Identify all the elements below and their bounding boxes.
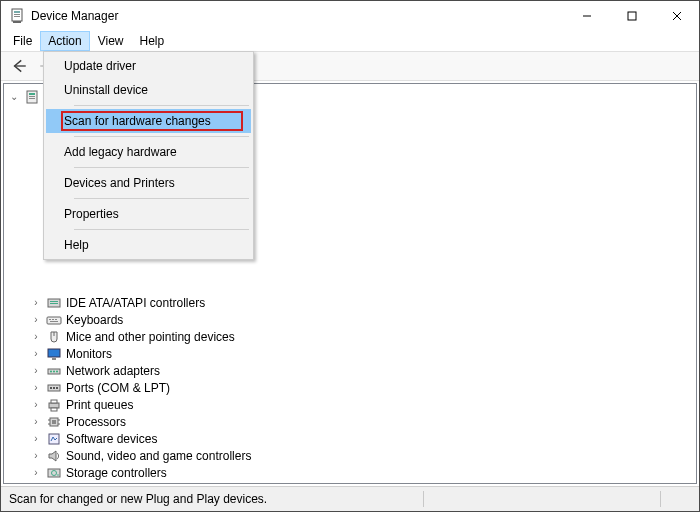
network-icon [46, 363, 62, 379]
svg-rect-34 [49, 403, 59, 408]
action-dropdown: Update driver Uninstall device Scan for … [43, 51, 254, 260]
svg-rect-31 [50, 387, 52, 389]
menubar: File Action View Help [1, 31, 699, 51]
expand-icon[interactable]: › [30, 450, 42, 461]
device-manager-window: Device Manager File Action View Help Upd… [0, 0, 700, 512]
expand-icon[interactable]: › [30, 467, 42, 478]
expand-icon[interactable]: › [30, 433, 42, 444]
svg-rect-2 [14, 14, 20, 15]
tree-item-label: Print queues [66, 398, 133, 412]
svg-rect-24 [48, 349, 60, 357]
menu-action[interactable]: Action [40, 31, 89, 51]
sound-icon [46, 448, 62, 464]
menu-add-legacy[interactable]: Add legacy hardware [46, 140, 251, 164]
tree-item-keyboard[interactable]: ›Keyboards [8, 311, 696, 328]
monitor-icon [46, 346, 62, 362]
menu-separator [74, 136, 249, 137]
tree-item-label: Mice and other pointing devices [66, 330, 235, 344]
menu-separator [74, 229, 249, 230]
tree-item-port[interactable]: ›Ports (COM & LPT) [8, 379, 696, 396]
svg-rect-21 [55, 319, 57, 320]
window-controls [564, 1, 699, 31]
expand-icon[interactable]: › [30, 297, 42, 308]
svg-rect-36 [51, 408, 57, 411]
svg-rect-6 [628, 12, 636, 20]
tree-item-label: Network adapters [66, 364, 160, 378]
status-text: Scan for changed or new Plug and Play de… [9, 492, 267, 506]
titlebar: Device Manager [1, 1, 699, 31]
tree-item-label: Software devices [66, 432, 157, 446]
menu-help-item[interactable]: Help [46, 233, 251, 257]
tree-item-network[interactable]: ›Network adapters [8, 362, 696, 379]
svg-rect-18 [47, 317, 61, 324]
ide-icon [46, 295, 62, 311]
tree-item-storage[interactable]: ›Storage controllers [8, 464, 696, 481]
svg-rect-16 [50, 301, 58, 302]
svg-point-27 [50, 370, 52, 372]
menu-scan-hardware[interactable]: Scan for hardware changes [46, 109, 251, 133]
menu-separator [74, 198, 249, 199]
svg-rect-19 [49, 319, 51, 320]
expand-icon[interactable]: › [30, 331, 42, 342]
tree-item-label: Ports (COM & LPT) [66, 381, 170, 395]
tree-item-label: Keyboards [66, 313, 123, 327]
svg-rect-47 [49, 484, 59, 485]
expand-icon[interactable]: › [30, 314, 42, 325]
menu-devices-printers[interactable]: Devices and Printers [46, 171, 251, 195]
back-button[interactable] [7, 55, 31, 77]
svg-rect-13 [29, 96, 35, 97]
menu-update-driver[interactable]: Update driver [46, 54, 251, 78]
close-button[interactable] [654, 1, 699, 31]
svg-rect-17 [50, 303, 58, 304]
svg-rect-20 [52, 319, 54, 320]
svg-rect-38 [52, 420, 56, 424]
system-icon [46, 482, 62, 485]
tree-item-system[interactable]: ›System devices [8, 481, 696, 484]
expand-icon[interactable]: ⌄ [8, 91, 20, 102]
statusbar: Scan for changed or new Plug and Play de… [1, 486, 699, 511]
menu-file[interactable]: File [5, 31, 40, 51]
svg-rect-32 [53, 387, 55, 389]
tree-item-software[interactable]: ›Software devices [8, 430, 696, 447]
tree-item-label: Storage controllers [66, 466, 167, 480]
tree-item-label: Monitors [66, 347, 112, 361]
tree-item-cpu[interactable]: ›Processors [8, 413, 696, 430]
menu-help[interactable]: Help [132, 31, 173, 51]
expand-icon[interactable]: › [30, 382, 42, 393]
app-icon [9, 8, 25, 24]
software-icon [46, 431, 62, 447]
svg-rect-22 [50, 321, 58, 322]
menu-properties[interactable]: Properties [46, 202, 251, 226]
menu-separator [74, 167, 249, 168]
svg-rect-33 [56, 387, 58, 389]
printer-icon [46, 397, 62, 413]
expand-icon[interactable]: › [30, 365, 42, 376]
minimize-button[interactable] [564, 1, 609, 31]
tree-item-sound[interactable]: ›Sound, video and game controllers [8, 447, 696, 464]
svg-rect-14 [29, 98, 35, 99]
svg-rect-4 [13, 21, 21, 23]
svg-rect-35 [51, 400, 57, 403]
computer-icon [24, 89, 40, 105]
window-title: Device Manager [31, 9, 118, 23]
tree-item-label: Processors [66, 415, 126, 429]
svg-point-28 [53, 370, 55, 372]
expand-icon[interactable]: › [30, 416, 42, 427]
svg-point-46 [57, 474, 59, 476]
menu-uninstall-device[interactable]: Uninstall device [46, 78, 251, 102]
keyboard-icon [46, 312, 62, 328]
tree-item-monitor[interactable]: ›Monitors [8, 345, 696, 362]
svg-rect-25 [52, 358, 56, 360]
tree-item-mouse[interactable]: ›Mice and other pointing devices [8, 328, 696, 345]
tree-item-label: Sound, video and game controllers [66, 449, 251, 463]
tree-item-ide[interactable]: ›IDE ATA/ATAPI controllers [8, 294, 696, 311]
mouse-icon [46, 329, 62, 345]
svg-rect-1 [14, 11, 20, 13]
maximize-button[interactable] [609, 1, 654, 31]
expand-icon[interactable]: › [30, 348, 42, 359]
tree-item-printer[interactable]: ›Print queues [8, 396, 696, 413]
menu-view[interactable]: View [90, 31, 132, 51]
expand-icon[interactable]: › [30, 399, 42, 410]
svg-rect-12 [29, 93, 35, 95]
menu-separator [74, 105, 249, 106]
